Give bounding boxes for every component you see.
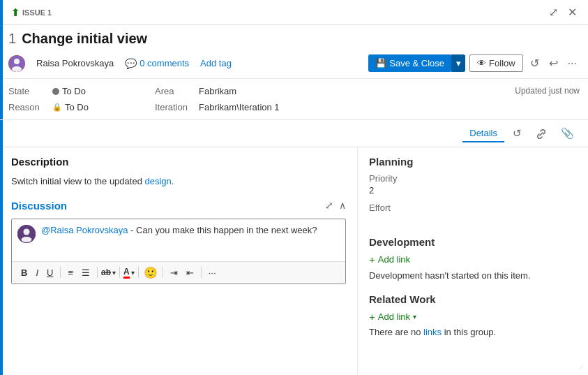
font-color-dropdown[interactable]: A ▾	[123, 267, 135, 279]
area-iteration-group: Area Fabrikam Iteration Fabrikam\Iterati…	[155, 86, 280, 112]
state-label: State	[8, 86, 47, 96]
emoji-button[interactable]: 🙂	[142, 265, 159, 281]
tab-link-button[interactable]	[530, 124, 552, 142]
indent-button[interactable]: ⇥	[167, 265, 181, 280]
no-links-text: There are no links in this group.	[369, 327, 577, 337]
issue-badge: ⬆ ISSUE 1	[11, 7, 52, 18]
discussion-section: Discussion ⤢ ∧	[11, 200, 346, 284]
iteration-value: Fabrikam\Iteration 1	[199, 102, 280, 112]
state-dot	[52, 88, 59, 95]
issue-title: Change initial view	[22, 31, 147, 47]
tab-attach-button[interactable]: 📎	[555, 124, 580, 142]
bold-button[interactable]: B	[17, 265, 31, 280]
strikethrough-dropdown[interactable]: ab ▾	[101, 267, 116, 277]
save-close-dropdown-button[interactable]: ▾	[451, 54, 465, 72]
discussion-collapse-button[interactable]: ∧	[339, 200, 346, 211]
svg-point-2	[12, 66, 22, 72]
right-panel: Planning Priority 2 Effort Development +…	[358, 147, 588, 375]
toolbar-sep-4	[138, 267, 139, 278]
comment-text[interactable]: @Raisa Pokrovskaya - Can you make this h…	[41, 225, 340, 256]
svg-point-5	[22, 237, 32, 242]
undo-button[interactable]: ↩	[546, 54, 561, 73]
lock-icon: 🔒	[52, 103, 62, 112]
priority-value: 2	[369, 185, 577, 196]
resize-handle[interactable]: ⟋	[577, 362, 585, 372]
description-section: Description Switch initial view to the u…	[11, 156, 346, 189]
iteration-label: Iteration	[155, 102, 193, 112]
tab-details[interactable]: Details	[462, 125, 504, 142]
effort-label: Effort	[369, 203, 577, 213]
links-word: links	[423, 327, 442, 337]
tab-history-button[interactable]: ↺	[507, 124, 527, 142]
toolbar-sep-2	[97, 267, 98, 278]
refresh-button[interactable]: ↺	[527, 54, 542, 73]
more-format-button[interactable]: ···	[205, 265, 220, 280]
description-text: Switch initial view to the updated desig…	[11, 175, 346, 189]
commenter-avatar	[17, 225, 36, 243]
add-dev-link-button[interactable]: + Add link	[369, 253, 410, 265]
state-reason-group: State To Do Reason 🔒 To Do	[8, 86, 134, 112]
comment-mention: @Raisa Pokrovskaya	[41, 225, 128, 235]
related-work-section: Related Work + Add link ▾ There are no l…	[369, 293, 577, 337]
user-name: Raisa Pokrovskaya	[36, 58, 114, 68]
add-tag-link[interactable]: Add tag	[200, 58, 232, 68]
list-number-button[interactable]: ☰	[78, 265, 93, 280]
comments-link[interactable]: 💬 0 comments	[125, 58, 189, 69]
discussion-title: Discussion	[11, 200, 67, 212]
discussion-expand-button[interactable]: ⤢	[325, 200, 333, 211]
close-button[interactable]: ✕	[565, 4, 580, 20]
toolbar-sep-6	[201, 267, 202, 278]
updated-text: Updated just now	[515, 86, 580, 96]
issue-icon: ⬆	[11, 7, 20, 18]
related-work-title: Related Work	[369, 293, 577, 305]
add-related-link-button[interactable]: + Add link ▾	[369, 311, 416, 323]
effort-value	[369, 214, 577, 225]
comment-toolbar: B I U ≡ ☰ ab ▾ A ▾	[12, 261, 345, 284]
tabs-row: Details ↺ 📎	[0, 120, 588, 147]
area-value: Fabrikam	[199, 86, 236, 96]
development-title: Development	[369, 236, 577, 248]
save-close-wrapper: 💾 Save & Close ▾	[368, 54, 465, 72]
more-button[interactable]: ···	[565, 54, 580, 73]
toolbar-sep-1	[60, 267, 61, 278]
left-panel: Description Switch initial view to the u…	[0, 147, 358, 375]
underline-button[interactable]: U	[43, 265, 56, 280]
state-value: To Do	[52, 86, 86, 96]
list-bullet-button[interactable]: ≡	[64, 265, 77, 280]
issue-number: 1	[8, 31, 16, 47]
description-title: Description	[11, 156, 346, 168]
follow-button[interactable]: 👁 Follow	[469, 54, 523, 72]
outdent-button[interactable]: ⇤	[183, 265, 197, 280]
comment-area: @Raisa Pokrovskaya - Can you make this h…	[11, 219, 346, 284]
avatar	[8, 55, 25, 72]
svg-point-4	[24, 228, 30, 235]
toolbar-sep-3	[119, 267, 120, 278]
planning-title: Planning	[369, 156, 577, 168]
development-section: Development + Add link Development hasn'…	[369, 236, 577, 282]
area-label: Area	[155, 86, 193, 96]
dev-info-text: Development hasn't started on this item.	[369, 270, 577, 282]
description-link[interactable]: design	[145, 176, 172, 186]
toolbar-sep-5	[163, 267, 163, 278]
svg-point-1	[14, 59, 20, 64]
save-close-button[interactable]: 💾 Save & Close	[368, 54, 451, 72]
accent-bar	[0, 0, 3, 375]
expand-button[interactable]: ⤢	[546, 4, 561, 20]
priority-label: Priority	[369, 173, 577, 184]
comment-body: - Can you make this happen in the next w…	[128, 225, 317, 235]
reason-value: 🔒 To Do	[52, 102, 89, 112]
planning-section: Planning Priority 2 Effort	[369, 156, 577, 225]
reason-label: Reason	[8, 102, 47, 112]
italic-button[interactable]: I	[32, 265, 42, 280]
